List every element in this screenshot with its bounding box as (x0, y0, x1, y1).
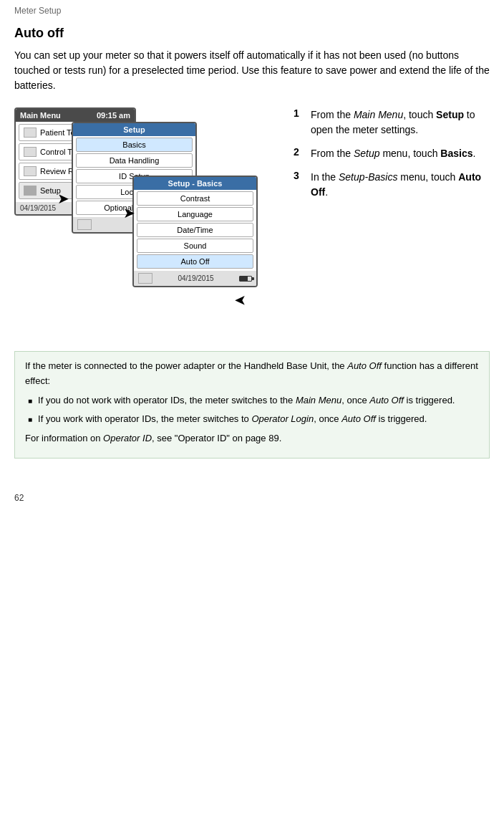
setup-menu-header: Setup (73, 123, 195, 136)
main-menu-time: 09:15 am (97, 111, 130, 120)
contrast-label: Contrast (180, 194, 210, 203)
setup-basics-date: 04/19/2015 (178, 274, 213, 282)
patient-test-icon (24, 128, 37, 138)
data-handling-label: Data Handling (110, 156, 160, 165)
step-2-text: From the Setup menu, touch Basics. (311, 146, 475, 161)
main-menu-date: 04/19/2015 (20, 204, 56, 212)
steps-area: 1 From the Main Menu, touch Setup to ope… (294, 107, 490, 208)
figure-area: Main Menu 09:15 am Patient Test Control … (14, 107, 490, 337)
setup-item-basics[interactable]: Basics (76, 138, 193, 152)
bullet-2-text: If you work with operator IDs, the meter… (38, 412, 427, 427)
chapter-title: Meter Setup (14, 6, 61, 16)
intro-paragraph: You can set up your meter so that it pow… (14, 48, 490, 93)
step-1-num: 1 (294, 107, 305, 119)
setup-basics-title: Setup - Basics (168, 179, 223, 188)
main-menu-title: Main Menu (20, 111, 61, 120)
step-2: 2 From the Setup menu, touch Basics. (294, 146, 490, 161)
control-test-icon (24, 147, 37, 157)
setup-basics-screen: Setup - Basics Contrast Language Date/Ti… (132, 176, 258, 287)
setup-item-data-handling[interactable]: Data Handling (76, 153, 193, 168)
basics-item-auto-off[interactable]: Auto Off (137, 254, 253, 269)
step-1-text: From the Main Menu, touch Setup to open … (311, 107, 490, 138)
info-footer: For information on Operator ID, see "Ope… (25, 431, 479, 446)
arrow-basics: ➤ (123, 204, 135, 221)
step-2-num: 2 (294, 146, 305, 158)
basics-item-datetime[interactable]: Date/Time (137, 223, 253, 237)
step-1: 1 From the Main Menu, touch Setup to ope… (294, 107, 490, 138)
setup-footer-icon (77, 219, 92, 230)
sound-label: Sound (184, 241, 207, 250)
battery-icon (239, 276, 252, 282)
basics-label: Basics (122, 140, 145, 149)
basics-item-contrast[interactable]: Contrast (137, 191, 253, 206)
setup-menu-title: Setup (123, 125, 145, 134)
step-3: 3 In the Setup-Basics menu, touch Auto O… (294, 170, 490, 200)
info-item-1: If you do not work with operator IDs, th… (28, 393, 479, 408)
bullet-1-text: If you do not work with operator IDs, th… (38, 393, 455, 408)
datetime-label: Date/Time (177, 226, 213, 234)
auto-off-label: Auto Off (180, 257, 209, 266)
basics-item-language[interactable]: Language (137, 207, 253, 221)
review-results-icon (24, 166, 37, 176)
basics-item-sound[interactable]: Sound (137, 239, 253, 253)
section-title: Auto off (14, 26, 490, 41)
meter-figure: Main Menu 09:15 am Patient Test Control … (14, 107, 272, 337)
main-menu-header: Main Menu 09:15 am (16, 109, 135, 122)
language-label: Language (178, 210, 213, 219)
page-header: Meter Setup (0, 0, 504, 19)
info-list: If you do not work with operator IDs, th… (25, 393, 479, 428)
setup-basics-footer: 04/19/2015 (134, 271, 256, 286)
step-3-num: 3 (294, 170, 305, 181)
setup-icon (24, 186, 37, 196)
info-box: If the meter is connected to the power a… (14, 351, 490, 459)
basics-footer-icon (138, 273, 152, 284)
info-item-2: If you work with operator IDs, the meter… (28, 412, 479, 427)
setup-basics-header: Setup - Basics (134, 177, 256, 190)
info-intro: If the meter is connected to the power a… (25, 359, 479, 389)
arrow-auto-off: ➤ (234, 292, 246, 309)
page-number: 62 (0, 487, 504, 509)
step-3-text: In the Setup-Basics menu, touch Auto Off… (311, 170, 490, 200)
arrow-setup: ➤ (57, 190, 69, 207)
